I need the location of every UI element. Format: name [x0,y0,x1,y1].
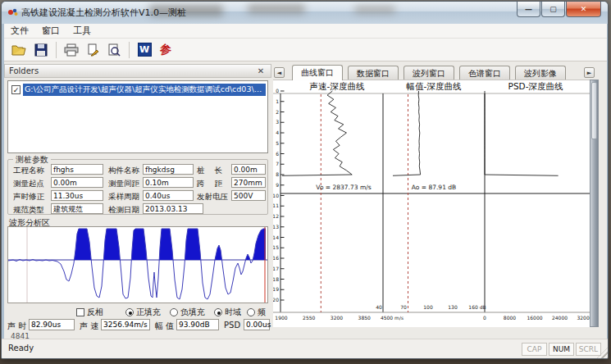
svg-text:5: 5 [276,140,279,146]
fill-negative-radio[interactable]: 负填充 [170,307,205,318]
app-icon [7,7,19,18]
param-label: 检测日期 [108,205,139,216]
close-button[interactable]: ✕ [566,2,601,17]
folders-listbox[interactable]: ✓ G:\公司产品设计开发\超声仪器\超声仪实地检测数据调试cd\cd03\cd… [7,80,268,153]
menu-bar: 文件 窗口 工具 [4,24,607,39]
waveform-plot [8,227,267,303]
tab-scroll-left-icon[interactable]: ◄ [274,67,285,78]
sound-time-field[interactable]: 82.90us [29,319,75,330]
fill-positive-radio[interactable]: 正填充 [125,307,161,318]
param-label: 采样周期 [108,192,139,202]
radio-icon [125,308,134,316]
menu-file[interactable]: 文件 [4,23,35,39]
svg-text:2550: 2550 [303,315,315,321]
chart1-title: 声速-深度曲线 [310,81,365,91]
svg-text:2: 2 [276,109,279,115]
svg-text:3: 3 [276,119,279,125]
param-field[interactable]: 2013.03.13 [143,203,203,214]
open-folder-icon [11,43,28,57]
tab-curve-window[interactable]: 曲线窗口 [292,65,343,80]
open-button[interactable] [9,40,30,60]
svg-text:16000: 16000 [527,315,542,321]
printer-icon [64,43,79,57]
window-title: 高铁建设混凝土检测分析软件V1.0—测桩 [21,7,186,19]
tab-wavetrain-image[interactable]: 波列影像 [515,66,566,80]
app-window: 高铁建设混凝土检测分析软件V1.0—测桩 — ▢ ✕ 文件 窗口 工具 [1,1,609,359]
svg-text:3200: 3200 [331,315,343,321]
print-preview-button[interactable] [103,40,125,60]
caps-indicator: CAP [522,343,547,356]
list-item[interactable]: ✓ G:\公司产品设计开发\超声仪器\超声仪实地检测数据调试cd\cd03\cd… [10,84,266,95]
maximize-button[interactable]: ▢ [541,2,565,17]
tab-scroll-right-icon[interactable]: ► [584,67,595,78]
folders-close-icon[interactable]: ✕ [255,66,267,75]
item-checkbox[interactable]: ✓ [11,85,21,94]
param-field[interactable]: 0.40us [143,190,194,201]
toolbar-separator [56,42,57,58]
parameters-button[interactable]: 参 [155,40,176,60]
param-field[interactable]: fhghs [51,164,103,175]
scrollbar-thumb[interactable] [591,82,597,139]
param-label: 桩 长 [197,166,222,176]
title-bar[interactable]: 高铁建设混凝土检测分析软件V1.0—测桩 — ▢ ✕ [2,2,608,24]
radio-icon [170,308,178,316]
menu-window[interactable]: 窗口 [35,23,66,39]
tab-wavetrain-window[interactable]: 波列窗口 [404,66,454,80]
svg-text:14: 14 [273,234,279,240]
param-field[interactable]: fhgkdsg [143,164,194,175]
param-field[interactable]: 建筑规范 [51,203,103,214]
param-field[interactable]: 0.10m [143,177,194,188]
svg-text:100: 100 [423,304,433,310]
minimize-button[interactable]: — [517,2,540,17]
param-label: 工程名称 [13,166,44,176]
svg-text:15: 15 [273,244,279,250]
psd-label: PSD [224,321,240,330]
svg-text:20: 20 [273,297,279,303]
svg-text:Ao = 87.91 dB: Ao = 87.91 dB [412,184,456,191]
param-label: 测量间距 [108,179,139,189]
print-button[interactable] [61,40,82,60]
save-floppy-icon [34,43,48,57]
param-label: 声时修正 [13,192,44,202]
glass-reflection [248,4,305,14]
amplitude-field[interactable]: 93.90dB [176,319,219,330]
save-button[interactable] [30,40,52,60]
status-bar: Ready CAP NUM SCRL [2,339,609,359]
export-button[interactable] [82,40,103,60]
svg-text:9: 9 [276,182,279,188]
svg-text:18: 18 [273,276,279,282]
param-field[interactable]: 0.00m [231,164,266,175]
svg-text:11: 11 [273,202,279,208]
vertical-scrollbar[interactable] [590,80,599,327]
time-domain-label: 时域 [225,307,241,316]
param-field[interactable]: 0.00m [51,177,103,188]
param-label: 规范类型 [13,205,44,216]
svg-text:4: 4 [276,130,279,135]
svg-text:130: 130 [448,304,458,310]
sound-speed-field[interactable]: 3256.94m/s [101,319,150,330]
tab-data-window[interactable]: 数据窗口 [348,66,399,80]
left-panel: Folders ✕ ✓ G:\公司产品设计开发\超声仪器\超声仪实地检测数据调试… [4,61,271,339]
param-label: 跨 距 [197,179,222,189]
word-report-button[interactable]: W [134,40,155,60]
waveform-canvas[interactable] [7,226,268,303]
tab-spectrum-window[interactable]: 色谱窗口 [459,66,510,80]
clipped-text: 4841 [11,332,30,339]
param-field[interactable]: 11.30us [51,190,103,201]
time-domain-radio[interactable]: 时域 [214,307,241,318]
param-field[interactable]: 270mm [231,177,266,188]
svg-text:17: 17 [273,266,279,271]
psd-field[interactable]: 0.00us^2/m [244,319,270,330]
svg-text:16: 16 [273,255,279,261]
param-field[interactable]: 500V [231,190,266,201]
maximize-icon: ▢ [549,6,557,13]
svg-text:3850: 3850 [358,315,371,321]
toolbar-separator [129,42,130,58]
word-icon: W [138,43,152,57]
svg-text:19: 19 [273,286,279,292]
invert-checkbox[interactable]: 反相 [76,307,103,318]
menu-tools[interactable]: 工具 [66,23,98,39]
print-preview-icon [107,43,121,57]
svg-text:1900: 1900 [275,315,287,321]
svg-text:4500 m/s: 4500 m/s [381,315,404,321]
